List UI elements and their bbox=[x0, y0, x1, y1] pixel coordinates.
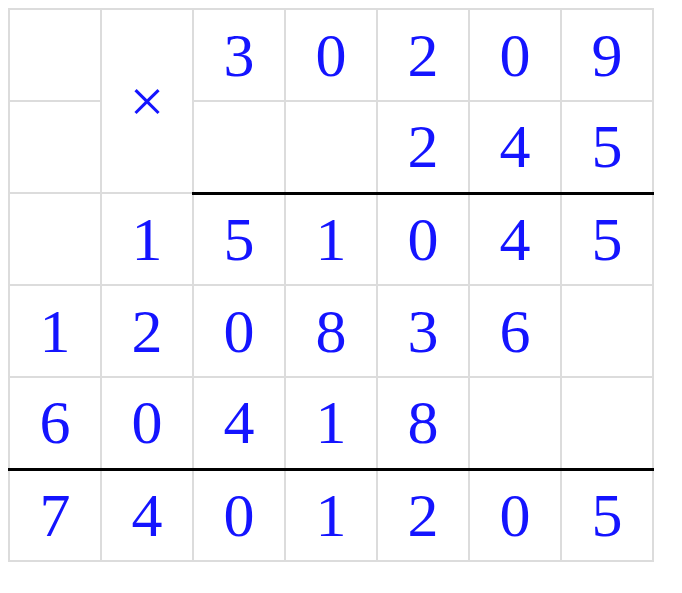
multiplier-digit: 4 bbox=[469, 101, 561, 193]
partial-digit: 5 bbox=[561, 193, 653, 285]
long-multiplication-grid: × 3 0 2 0 9 2 4 5 1 5 1 0 4 5 1 2 0 8 3 … bbox=[8, 8, 654, 562]
partial-digit: 1 bbox=[285, 377, 377, 469]
blank-cell bbox=[9, 9, 101, 101]
multiplicand-digit: 2 bbox=[377, 9, 469, 101]
partial-row-1: 1 2 0 8 3 6 bbox=[9, 285, 653, 377]
partial-row-0: 1 5 1 0 4 5 bbox=[9, 193, 653, 285]
partial-digit: 1 bbox=[9, 285, 101, 377]
partial-digit bbox=[561, 377, 653, 469]
partial-digit: 6 bbox=[9, 377, 101, 469]
multiplier-digit bbox=[193, 101, 285, 193]
blank-cell bbox=[9, 101, 101, 193]
result-digit: 2 bbox=[377, 469, 469, 561]
result-digit: 0 bbox=[193, 469, 285, 561]
multiplier-digit bbox=[285, 101, 377, 193]
partial-digit: 8 bbox=[377, 377, 469, 469]
partial-digit: 5 bbox=[193, 193, 285, 285]
partial-digit: 4 bbox=[469, 193, 561, 285]
partial-digit: 1 bbox=[285, 193, 377, 285]
partial-digit: 4 bbox=[193, 377, 285, 469]
partial-digit bbox=[469, 377, 561, 469]
partial-digit: 3 bbox=[377, 285, 469, 377]
result-digit: 5 bbox=[561, 469, 653, 561]
partial-digit: 1 bbox=[101, 193, 193, 285]
partial-digit: 0 bbox=[193, 285, 285, 377]
operator-cell: × bbox=[101, 9, 193, 193]
partial-digit: 2 bbox=[101, 285, 193, 377]
multiplier-digit: 2 bbox=[377, 101, 469, 193]
result-digit: 0 bbox=[469, 469, 561, 561]
partial-digit bbox=[561, 285, 653, 377]
result-row: 7 4 0 1 2 0 5 bbox=[9, 469, 653, 561]
partial-digit bbox=[9, 193, 101, 285]
partial-row-2: 6 0 4 1 8 bbox=[9, 377, 653, 469]
partial-digit: 6 bbox=[469, 285, 561, 377]
result-digit: 4 bbox=[101, 469, 193, 561]
partial-digit: 0 bbox=[377, 193, 469, 285]
partial-digit: 0 bbox=[101, 377, 193, 469]
multiplicand-digit: 3 bbox=[193, 9, 285, 101]
multiplicand-digit: 9 bbox=[561, 9, 653, 101]
multiplicand-row: × 3 0 2 0 9 bbox=[9, 9, 653, 101]
multiplicand-digit: 0 bbox=[469, 9, 561, 101]
multiplicand-digit: 0 bbox=[285, 9, 377, 101]
result-digit: 7 bbox=[9, 469, 101, 561]
multiplier-digit: 5 bbox=[561, 101, 653, 193]
result-digit: 1 bbox=[285, 469, 377, 561]
partial-digit: 8 bbox=[285, 285, 377, 377]
